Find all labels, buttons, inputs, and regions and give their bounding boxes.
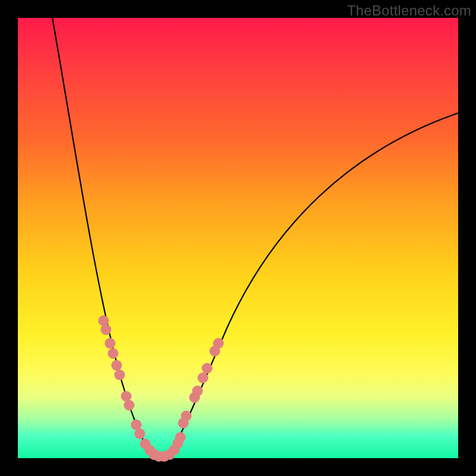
data-point xyxy=(198,372,208,383)
data-point xyxy=(105,338,115,349)
data-point xyxy=(181,411,192,421)
chart-frame: TheBottleneck.com xyxy=(0,0,476,476)
data-point xyxy=(114,369,125,380)
data-point xyxy=(213,338,224,349)
right-curve xyxy=(167,113,458,458)
data-point xyxy=(108,348,118,359)
plot-area xyxy=(18,18,458,458)
data-point xyxy=(124,400,134,411)
data-point xyxy=(192,386,203,396)
left-curve xyxy=(52,18,156,458)
data-point xyxy=(101,324,111,335)
curve-layer xyxy=(18,18,458,458)
data-point xyxy=(202,363,212,374)
data-points xyxy=(98,315,224,462)
data-point xyxy=(134,428,145,439)
data-point xyxy=(111,360,122,371)
watermark-text: TheBottleneck.com xyxy=(347,2,471,19)
data-point xyxy=(175,432,186,443)
